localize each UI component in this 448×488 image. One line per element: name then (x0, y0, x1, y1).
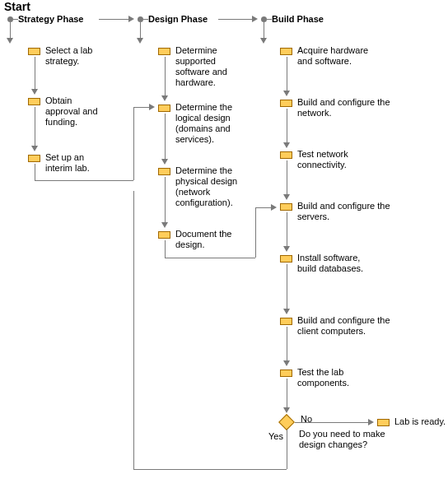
connector (35, 180, 133, 181)
connector (133, 107, 150, 108)
step-text: Test the lab components. (297, 367, 380, 388)
connector (255, 207, 272, 208)
step-text: Determine supported software and hardwar… (175, 45, 250, 88)
arrow-down-icon (31, 146, 38, 151)
step-text: Test network connectivity. (297, 149, 380, 170)
connector (287, 57, 287, 91)
step-text: Acquire hardware and software. (297, 45, 380, 67)
connector (295, 422, 369, 423)
connector (165, 114, 166, 160)
step-text: Document the design. (175, 229, 258, 250)
start-label: Start (4, 0, 30, 13)
arrow-down-icon (283, 309, 290, 314)
step-text: Build and configure the network. (297, 97, 396, 119)
connector (287, 264, 287, 309)
connector (165, 240, 166, 258)
arrow-down-icon (161, 222, 168, 228)
step-text: Build and configure the servers. (297, 201, 396, 222)
connector (267, 19, 272, 20)
connector (133, 469, 287, 470)
connector (140, 22, 141, 39)
connector (287, 327, 287, 361)
arrow-right-icon (368, 419, 374, 425)
phase-title-strategy: Strategy Phase (18, 14, 83, 24)
step-node (28, 98, 40, 105)
step-node (280, 255, 292, 263)
connector (35, 164, 35, 180)
step-node (158, 105, 170, 112)
arrow-right-icon (149, 104, 155, 110)
arrow-down-icon (260, 38, 267, 44)
connector (13, 19, 18, 20)
arrow-right-icon (128, 16, 134, 22)
arrow-right-icon (271, 204, 277, 211)
arrow-down-icon (283, 91, 290, 96)
step-text: Determine the logical design (domains an… (175, 102, 258, 145)
step-node (28, 48, 40, 55)
step-node (280, 369, 292, 377)
phase-title-build: Build Phase (272, 14, 324, 24)
step-text: Install software, build databases. (297, 253, 371, 274)
connector (35, 107, 35, 146)
connector (35, 57, 35, 90)
step-node (28, 155, 40, 162)
arrow-down-icon (283, 360, 290, 366)
step-node (158, 168, 170, 175)
connector (143, 19, 148, 20)
connector (287, 160, 287, 195)
step-text: Build and configure the client computers… (297, 315, 404, 337)
connector (287, 379, 287, 408)
connector (287, 109, 287, 143)
connector (165, 258, 255, 258)
arrow-down-icon (283, 142, 290, 148)
arrow-right-icon (252, 16, 258, 22)
arrow-down-icon (283, 194, 290, 200)
connector (255, 207, 256, 258)
step-text: Select a lab strategy. (45, 45, 107, 67)
phase-dot-design (138, 16, 143, 22)
arrow-down-icon (283, 246, 290, 252)
arrow-down-icon (283, 407, 290, 413)
connector (218, 19, 253, 20)
connector (133, 107, 134, 180)
step-text: Set up an interim lab. (45, 152, 107, 174)
arrow-down-icon (137, 38, 143, 44)
step-node (158, 231, 170, 239)
terminal-text: Lab is ready. (394, 416, 448, 427)
phase-dot-strategy (7, 16, 13, 22)
step-node (280, 100, 292, 107)
connector (165, 57, 166, 96)
step-node (280, 203, 292, 211)
step-text: Determine the physical design (network c… (175, 165, 258, 208)
decision-yes-label: Yes (268, 431, 283, 441)
connector (10, 22, 11, 39)
connector (287, 430, 287, 469)
connector (99, 19, 129, 20)
decision-node (278, 414, 295, 430)
arrow-down-icon (161, 95, 168, 101)
connector (264, 22, 264, 39)
arrow-down-icon (31, 89, 38, 95)
connector (287, 212, 287, 247)
phase-title-design: Design Phase (148, 14, 208, 24)
connector (133, 191, 134, 469)
arrow-down-icon (161, 159, 168, 165)
step-node (280, 151, 292, 159)
arrow-down-icon (7, 38, 13, 44)
decision-question: Do you need to make design changes? (299, 429, 390, 450)
flowchart-stage: Start Strategy Phase Select a lab strate… (0, 0, 448, 488)
step-text: Obtain approval and funding. (45, 95, 107, 128)
phase-dot-build (261, 16, 267, 22)
connector (165, 177, 166, 223)
step-node (280, 318, 292, 325)
terminal-node (377, 419, 390, 426)
step-node (158, 48, 170, 55)
step-node (280, 48, 292, 55)
